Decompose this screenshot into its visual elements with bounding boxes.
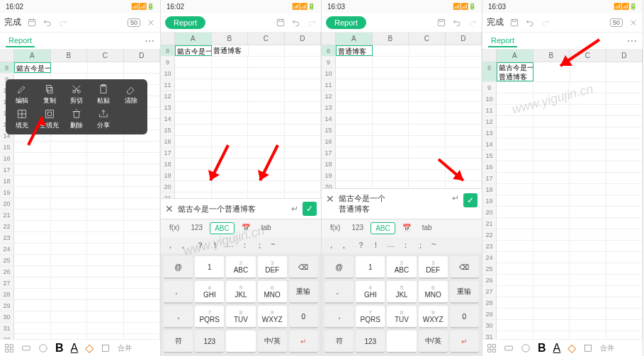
cell[interactable] bbox=[87, 142, 124, 152]
cell[interactable] bbox=[51, 255, 88, 265]
redo-icon[interactable] bbox=[58, 18, 68, 28]
cell[interactable] bbox=[570, 127, 606, 138]
cell[interactable] bbox=[124, 311, 161, 322]
cell[interactable] bbox=[570, 218, 606, 229]
done-button[interactable]: 完成 bbox=[487, 16, 504, 28]
cell[interactable] bbox=[14, 187, 51, 197]
tab-report[interactable]: Report bbox=[6, 35, 35, 47]
cell[interactable] bbox=[373, 102, 409, 113]
cell[interactable] bbox=[497, 331, 533, 339]
cell[interactable] bbox=[606, 218, 643, 229]
col-c[interactable]: C bbox=[409, 33, 446, 45]
cell[interactable] bbox=[212, 79, 249, 90]
cell[interactable] bbox=[248, 68, 285, 79]
cell[interactable] bbox=[248, 181, 285, 192]
cell[interactable] bbox=[124, 289, 161, 299]
cell[interactable] bbox=[14, 221, 51, 231]
cell[interactable] bbox=[497, 263, 533, 274]
cell[interactable] bbox=[51, 164, 88, 175]
cell[interactable] bbox=[409, 181, 446, 188]
cell[interactable] bbox=[14, 334, 51, 339]
cell[interactable]: 懿古今是一个普通博 bbox=[175, 45, 212, 56]
ctx-edit[interactable]: 编辑 bbox=[10, 84, 34, 105]
cell[interactable] bbox=[533, 173, 570, 183]
tab-report[interactable]: Report bbox=[488, 35, 517, 47]
cell[interactable] bbox=[51, 142, 88, 152]
ctx-fillblank[interactable]: 空填充 bbox=[37, 108, 61, 130]
cell[interactable] bbox=[285, 193, 322, 198]
cell[interactable] bbox=[87, 289, 124, 299]
key-dot[interactable]: 。 bbox=[324, 281, 354, 304]
cell[interactable] bbox=[533, 297, 570, 308]
cell[interactable] bbox=[533, 241, 570, 251]
grid[interactable]: 8懿古今是一个普通博普通博客91011121314151617181920212… bbox=[161, 45, 321, 198]
newline-icon[interactable]: ↵ bbox=[452, 193, 459, 203]
cell[interactable] bbox=[570, 184, 606, 195]
cell[interactable] bbox=[14, 176, 51, 186]
cell[interactable] bbox=[14, 323, 51, 333]
cell[interactable]: 懿古今是一个普通博客 bbox=[497, 62, 533, 81]
keyboard-icon[interactable] bbox=[21, 343, 31, 353]
cell[interactable] bbox=[497, 229, 533, 240]
cell[interactable] bbox=[285, 91, 322, 101]
cell[interactable] bbox=[606, 127, 643, 138]
cell[interactable] bbox=[570, 93, 606, 104]
key-comma[interactable]: ， bbox=[164, 306, 193, 328]
cell[interactable] bbox=[14, 243, 51, 254]
col-a[interactable]: A bbox=[336, 33, 373, 45]
cell[interactable] bbox=[212, 147, 249, 158]
sym-key[interactable]: ~ bbox=[429, 239, 439, 252]
key-del[interactable]: ⌫ bbox=[289, 256, 318, 279]
cell[interactable] bbox=[212, 193, 249, 198]
cell[interactable] bbox=[497, 275, 533, 285]
cell[interactable] bbox=[446, 45, 482, 56]
key-k3[interactable]: 3DEF bbox=[258, 256, 287, 279]
done-button[interactable]: 完成 bbox=[4, 16, 21, 28]
cell[interactable] bbox=[212, 170, 249, 180]
cell[interactable] bbox=[51, 198, 88, 209]
cell[interactable]: 普通博客 bbox=[336, 45, 373, 56]
cell[interactable] bbox=[446, 79, 482, 90]
cell[interactable] bbox=[14, 300, 51, 311]
cell[interactable] bbox=[87, 164, 124, 175]
cell[interactable] bbox=[212, 136, 249, 147]
cell[interactable] bbox=[248, 113, 285, 124]
cell[interactable] bbox=[336, 147, 373, 158]
cell[interactable] bbox=[533, 116, 570, 127]
cell[interactable] bbox=[533, 286, 570, 297]
key-k9[interactable]: 9WXYZ bbox=[258, 306, 287, 328]
cell[interactable] bbox=[124, 243, 161, 254]
cell[interactable] bbox=[533, 161, 570, 172]
cell[interactable] bbox=[124, 323, 161, 333]
border-icon[interactable] bbox=[583, 343, 593, 353]
redo-icon[interactable] bbox=[541, 18, 550, 28]
cell[interactable] bbox=[14, 232, 51, 243]
key-zh[interactable]: 中/英 bbox=[258, 331, 287, 353]
sym-key[interactable]: ！ bbox=[369, 239, 383, 252]
cell[interactable] bbox=[175, 136, 212, 147]
ctx-fill[interactable]: 填充 bbox=[10, 108, 34, 130]
cell[interactable] bbox=[533, 195, 570, 206]
cell[interactable] bbox=[533, 309, 570, 319]
key-enter[interactable]: ↵ bbox=[450, 331, 479, 353]
cell[interactable] bbox=[606, 116, 643, 127]
cell[interactable] bbox=[606, 309, 643, 319]
key-comma[interactable]: ， bbox=[324, 306, 354, 328]
cell[interactable] bbox=[497, 93, 533, 104]
save-icon[interactable] bbox=[276, 18, 286, 28]
sym-key[interactable]: ？ bbox=[354, 239, 368, 252]
key-at[interactable]: @ bbox=[164, 256, 193, 279]
save-icon[interactable] bbox=[27, 18, 37, 28]
key-space[interactable] bbox=[226, 331, 255, 353]
cell[interactable] bbox=[14, 153, 51, 163]
cell[interactable] bbox=[373, 68, 409, 79]
cell[interactable] bbox=[285, 113, 322, 124]
bold-button[interactable]: B bbox=[55, 342, 64, 355]
cell[interactable] bbox=[87, 300, 124, 311]
cell[interactable] bbox=[606, 161, 643, 172]
close-icon[interactable] bbox=[628, 18, 638, 28]
cell[interactable] bbox=[124, 221, 161, 231]
cell[interactable] bbox=[14, 289, 51, 299]
fx-button[interactable]: f(x) bbox=[165, 222, 183, 234]
cell[interactable] bbox=[88, 62, 124, 73]
